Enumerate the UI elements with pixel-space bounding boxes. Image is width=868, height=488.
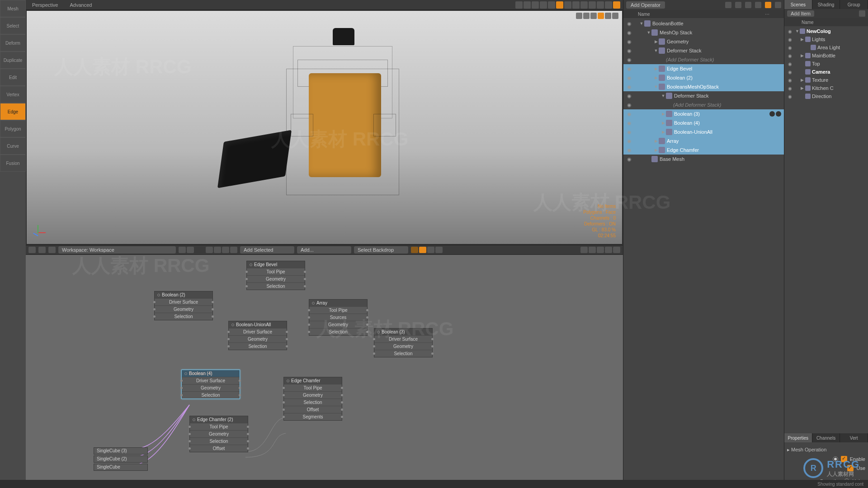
viewport-mode-advanced[interactable]: Advanced xyxy=(66,1,95,9)
node-boolean-2[interactable]: Boolean (2) Driver Surface Geometry Sele… xyxy=(154,291,213,320)
visibility-eye-icon[interactable]: ◉ xyxy=(623,147,635,153)
visibility-eye-icon[interactable]: ◉ xyxy=(623,102,635,108)
visibility-eye-icon[interactable]: ◉ xyxy=(623,93,635,99)
ne-nav-1[interactable] xyxy=(580,247,588,253)
ne-icon-1[interactable] xyxy=(28,247,36,253)
ne-icon-grid[interactable] xyxy=(179,247,186,253)
op-rec-icon[interactable] xyxy=(765,2,771,8)
visibility-eye-icon[interactable]: ◉ xyxy=(623,21,635,27)
visibility-eye-icon[interactable]: ◉ xyxy=(623,156,635,162)
visibility-eye-icon[interactable]: ◉ xyxy=(786,78,793,83)
ne-icon-c4[interactable] xyxy=(435,247,443,253)
visibility-eye-icon[interactable]: ◉ xyxy=(623,120,635,126)
op-tree-row[interactable]: ◉▼Deformer Stack xyxy=(623,91,784,100)
op-min-icon[interactable] xyxy=(745,2,751,8)
node-edge-chamfer-2[interactable]: Edge Chamfer (2) Tool Pipe Geometry Sele… xyxy=(189,416,248,452)
op-tree-row[interactable]: ◉▼BooleansMeshOpStack xyxy=(623,82,784,91)
add-item-dropdown[interactable]: Add Item xyxy=(787,10,814,17)
vp-icon-5[interactable] xyxy=(548,1,555,9)
node-boolean-unionall[interactable]: Boolean-UnionAll Driver Surface Geometry… xyxy=(228,321,287,350)
op-tree-row[interactable]: ◉▶Array xyxy=(623,136,784,145)
viewport-mode-perspective[interactable]: Perspective xyxy=(28,1,61,9)
ne-icon-c2[interactable] xyxy=(419,247,426,253)
vp-icon-11[interactable] xyxy=(597,1,604,9)
props-tab-vert[interactable]: Vert xyxy=(840,433,868,442)
vp-icon-8[interactable] xyxy=(572,1,580,9)
op-max-icon[interactable] xyxy=(755,2,761,8)
node-editor[interactable]: Edge Bevel Tool Pipe Geometry Selection … xyxy=(26,255,623,488)
visibility-eye-icon[interactable]: ◉ xyxy=(786,37,793,42)
visibility-eye-icon[interactable]: ◉ xyxy=(623,66,635,72)
vp-icon-2[interactable] xyxy=(524,1,531,9)
ne-nav-4[interactable] xyxy=(605,247,612,253)
tool-deform[interactable]: Deform xyxy=(0,34,26,52)
add-selected-dropdown[interactable]: Add Selected xyxy=(240,246,294,253)
props-tab-properties[interactable]: Properties xyxy=(784,433,812,442)
visibility-eye-icon[interactable]: ◉ xyxy=(786,45,793,50)
col-expand-icon[interactable]: ⋯ xyxy=(765,12,769,17)
visibility-eye-icon[interactable]: ◉ xyxy=(623,39,635,45)
vp-icon-3[interactable] xyxy=(532,1,539,9)
scene-tree-row[interactable]: ◉Camera xyxy=(784,68,868,76)
visibility-eye-icon[interactable]: ◉ xyxy=(623,111,635,117)
ne-icon-c3[interactable] xyxy=(427,247,434,253)
badge-icon[interactable] xyxy=(776,111,781,117)
op-tree-row[interactable]: ◉▼BooleanBottle xyxy=(623,19,784,28)
ne-icon-grid2[interactable] xyxy=(187,247,194,253)
tool-edit[interactable]: Edit xyxy=(0,69,26,86)
ne-nav-3[interactable] xyxy=(597,247,604,253)
tool-mesh[interactable]: Mesh xyxy=(0,0,26,17)
node-singlecube-3[interactable]: SingleCube (3) xyxy=(94,447,148,455)
props-tab-channels[interactable]: Channels xyxy=(812,433,840,442)
op-menu-icon[interactable] xyxy=(775,2,781,8)
visibility-eye-icon[interactable]: ◉ xyxy=(623,30,635,36)
op-play-icon[interactable] xyxy=(725,2,731,8)
visibility-eye-icon[interactable]: ◉ xyxy=(786,86,793,91)
op-tree-row[interactable]: ◉(Add Deformer Stack) xyxy=(623,100,784,109)
op-tree-row[interactable]: ◉▶Geometry xyxy=(623,37,784,46)
visibility-eye-icon[interactable]: ◉ xyxy=(623,48,635,54)
scene-tab-group[interactable]: Group xyxy=(840,0,868,9)
ne-icon-6[interactable] xyxy=(222,247,229,253)
op-tree-row[interactable]: ◉▶Boolean (4) xyxy=(623,118,784,127)
vp-nav-icon-2[interactable] xyxy=(583,13,590,19)
node-edge-chamfer[interactable]: Edge Chamfer Tool Pipe Geometry Selectio… xyxy=(283,377,342,421)
scene-tab-scenes[interactable]: Scenes xyxy=(784,0,812,9)
visibility-eye-icon[interactable]: ◉ xyxy=(623,84,635,90)
op-step-icon[interactable] xyxy=(735,2,741,8)
visibility-eye-icon[interactable]: ◉ xyxy=(623,57,635,63)
vp-icon-6[interactable] xyxy=(556,1,563,9)
scene-tree-row[interactable]: ◉▶Lights xyxy=(784,35,868,43)
op-tree-row[interactable]: ◉▶Boolean (3) xyxy=(623,109,784,118)
operator-tree[interactable]: ◉▼BooleanBottle◉▼MeshOp Stack◉▶Geometry◉… xyxy=(623,18,784,488)
tool-edge[interactable]: Edge xyxy=(0,103,26,120)
scene-tree-row[interactable]: ◉▼NewColog xyxy=(784,27,868,35)
op-tree-row[interactable]: ◉(Add Deformer Stack) xyxy=(623,55,784,64)
tool-fusion[interactable]: Fusion xyxy=(0,155,26,172)
tool-duplicate[interactable]: Duplicate xyxy=(0,52,26,69)
tool-curve[interactable]: Curve xyxy=(0,137,26,155)
vp-nav-icon-5[interactable] xyxy=(605,13,611,19)
scene-tree-row[interactable]: ◉▶Kitchen C xyxy=(784,84,868,92)
ne-icon-4[interactable] xyxy=(206,247,213,253)
tool-polygon[interactable]: Polygon xyxy=(0,120,26,137)
vp-nav-icon-1[interactable] xyxy=(576,13,582,19)
vp-nav-icon-4[interactable] xyxy=(598,13,604,19)
workspace-dropdown[interactable]: Workspace: Workspace xyxy=(58,246,176,253)
tool-select[interactable]: Select xyxy=(0,17,26,34)
visibility-eye-icon[interactable]: ◉ xyxy=(786,53,793,58)
op-tree-row[interactable]: ◉▶Edge Bevel xyxy=(623,64,784,73)
visibility-eye-icon[interactable]: ◉ xyxy=(786,70,793,75)
vp-nav-icon-6[interactable] xyxy=(612,13,618,19)
op-tree-row[interactable]: ◉▶Boolean-UnionAll xyxy=(623,127,784,136)
use-check[interactable] xyxy=(847,465,854,471)
scene-tree-row[interactable]: ◉▶MainBottle xyxy=(784,52,868,60)
node-boolean-4-selected[interactable]: Boolean (4) Driver Surface Geometry Sele… xyxy=(181,370,240,399)
op-tree-row[interactable]: ◉Base Mesh xyxy=(623,155,784,164)
vp-icon-7[interactable] xyxy=(564,1,571,9)
op-tree-row[interactable]: ◉▶Boolean (2) xyxy=(623,73,784,82)
ne-icon-7[interactable] xyxy=(230,247,237,253)
scene-tree-row[interactable]: ◉Area Light xyxy=(784,43,868,52)
visibility-eye-icon[interactable]: ◉ xyxy=(786,61,793,66)
visibility-eye-icon[interactable]: ◉ xyxy=(786,29,793,34)
